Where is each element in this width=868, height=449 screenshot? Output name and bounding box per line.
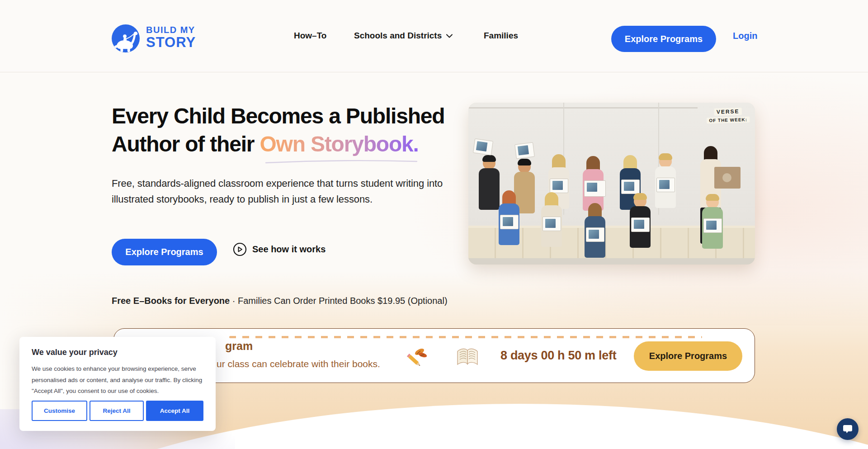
banner-subtext-fragment: ur class can celebrate with their books.	[217, 359, 380, 369]
pricing-separator: ·	[232, 296, 236, 306]
cookie-dialog-title: We value your privacy	[32, 348, 203, 357]
see-how-it-works-label: See how it works	[252, 244, 326, 255]
hero-classroom-photo: VERSE OF THE WEEK:	[468, 103, 755, 265]
headline-underline-swoosh	[264, 158, 418, 164]
whiteboard-top-edge	[468, 107, 698, 109]
countdown-timer: 8 days 00 h 50 m left	[500, 349, 616, 363]
hero-headline-highlight: Own Storybook.	[259, 132, 418, 156]
dinosaur-logo-icon	[112, 24, 140, 52]
leaf-and-pencil-icon	[403, 345, 429, 370]
hero-description: Free, standards-aligned classroom experi…	[112, 175, 448, 207]
banner-explore-programs-button[interactable]: Explore Programs	[634, 341, 742, 371]
cookie-consent-dialog: We value your privacy We use cookies to …	[19, 337, 216, 431]
pricing-bold: Free E–Books for Everyone	[112, 296, 230, 306]
open-book-icon	[455, 346, 480, 369]
banner-dashed-decoration	[229, 336, 702, 338]
nav-how-to[interactable]: How–To	[294, 31, 326, 41]
accept-all-button[interactable]: Accept All	[146, 401, 203, 421]
play-circle-icon	[233, 242, 247, 256]
person-figure	[496, 192, 522, 265]
logo-line2: STORY	[146, 35, 196, 49]
hero-headline: Every Child Becomes a Published Author o…	[112, 102, 473, 158]
see-how-it-works-link[interactable]: See how it works	[233, 242, 326, 256]
customise-button[interactable]: Customise	[32, 401, 87, 421]
logo-wordmark: BUILD MY STORY	[146, 25, 196, 49]
chat-bubble-icon	[843, 425, 853, 434]
pricing-line: Free E–Books for Everyone · Families Can…	[112, 296, 448, 306]
hero-explore-programs-button[interactable]: Explore Programs	[112, 239, 217, 265]
landing-page: BUILD MY STORY How–To Schools and Distri…	[0, 0, 868, 449]
person-figure	[653, 155, 678, 227]
person-figure	[539, 194, 564, 265]
cookie-dialog-buttons: Customise Reject All Accept All	[32, 401, 203, 421]
logo-line1: BUILD MY	[146, 25, 196, 34]
verse-of-the-week-sign: VERSE OF THE WEEK:	[707, 107, 750, 124]
cookie-dialog-body: We use cookies to enhance your browsing …	[32, 364, 204, 397]
sign-line2: OF THE WEEK:	[707, 117, 750, 123]
sign-line1: VERSE	[714, 108, 742, 116]
chevron-down-icon	[446, 34, 453, 38]
person-figure	[582, 205, 608, 265]
nav-schools-label: Schools and Districts	[354, 31, 442, 41]
nav-families[interactable]: Families	[484, 31, 518, 41]
person-figure	[627, 195, 653, 265]
build-my-story-logo[interactable]: BUILD MY STORY	[112, 24, 229, 54]
chat-launcher-button[interactable]	[837, 418, 859, 440]
login-link[interactable]: Login	[733, 31, 757, 41]
reject-all-button[interactable]: Reject All	[90, 401, 144, 421]
banner-heading-fragment: gram	[225, 340, 253, 353]
hero-headline-line1: Every Child Becomes a Published	[112, 104, 444, 128]
header-explore-programs-button[interactable]: Explore Programs	[611, 26, 716, 52]
pricing-rest: Families Can Order Printed Books $19.95 …	[238, 296, 448, 306]
nav-schools-and-districts[interactable]: Schools and Districts	[354, 31, 453, 41]
hero-headline-line2-prefix: Author of their	[112, 132, 259, 156]
person-figure	[700, 196, 725, 265]
site-header: BUILD MY STORY How–To Schools and Distri…	[0, 0, 868, 72]
